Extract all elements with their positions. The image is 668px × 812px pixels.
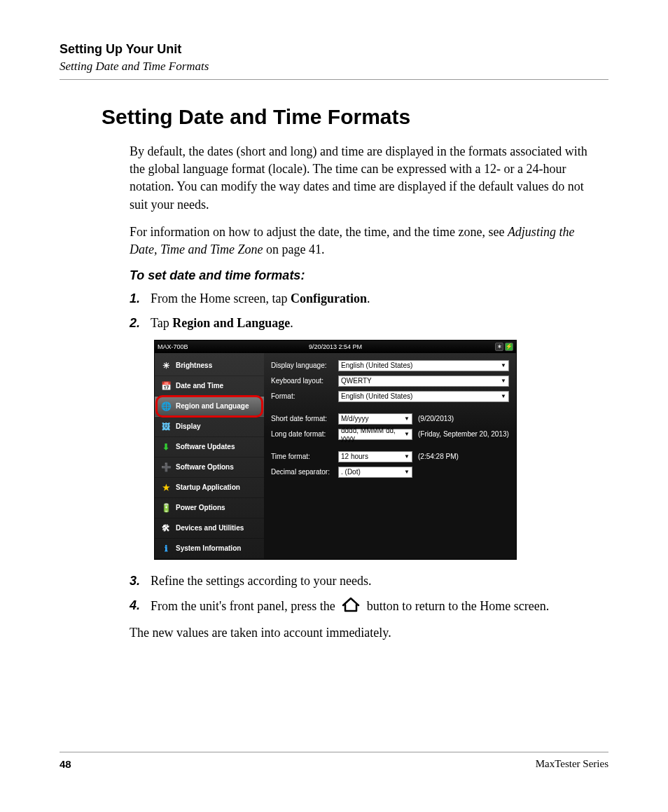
screenshot: MAX-700B 9/20/2013 2:54 PM ∗ ⚡ ☀Brightne…	[154, 340, 517, 560]
info-icon: ℹ	[160, 543, 172, 554]
xref-prefix: For information on how to adjust the dat…	[130, 225, 508, 239]
startup-icon: ★	[160, 482, 172, 493]
power-icon: 🔋	[160, 502, 172, 514]
page-title: Setting Date and Time Formats	[102, 105, 608, 129]
sidebar-item-label: Power Options	[176, 504, 225, 511]
footer-series: MaxTester Series	[536, 758, 608, 770]
chevron-down-icon: ▼	[404, 415, 410, 422]
xref-paragraph: For information on how to adjust the dat…	[130, 223, 601, 259]
step-number: 4.	[130, 597, 151, 614]
row-decimal-separator: Decimal separator: . (Dot)▼	[271, 465, 509, 479]
step-pre: From the unit's front panel, press the	[151, 598, 338, 612]
header-rule	[60, 79, 608, 80]
step-1: 1. From the Home screen, tap Configurati…	[130, 290, 601, 308]
window-tray: ∗ ⚡	[495, 343, 513, 351]
row-format: Format: English (United States)▼	[271, 390, 509, 404]
step-pre: From the Home screen, tap	[151, 291, 291, 305]
sidebar-item-startup-application[interactable]: ★Startup Application	[155, 478, 264, 498]
header-chapter: Setting Up Your Unit	[60, 42, 608, 57]
sidebar-item-label: Date and Time	[176, 382, 223, 390]
preview-long-date: (Friday, September 20, 2013)	[418, 430, 509, 438]
options-icon: ➕	[160, 462, 172, 473]
window-body: ☀Brightness 📅Date and Time 🌐Region and L…	[155, 353, 516, 559]
config-sidebar: ☀Brightness 📅Date and Time 🌐Region and L…	[155, 353, 264, 559]
label-decimal-separator: Decimal separator:	[271, 468, 338, 476]
step-pre: Tap	[151, 316, 172, 330]
sidebar-item-software-options[interactable]: ➕Software Options	[155, 457, 264, 478]
update-icon: ⬇	[160, 441, 172, 453]
label-display-language: Display language:	[271, 362, 338, 369]
globe-icon: 🌐	[160, 401, 172, 412]
step-number: 2.	[130, 315, 151, 332]
sidebar-item-region-language[interactable]: 🌐Region and Language	[155, 397, 264, 417]
window-datetime: 9/20/2013 2:54 PM	[309, 343, 362, 350]
step-text: From the unit's front panel, press the b…	[151, 597, 601, 617]
intro-paragraph: By default, the dates (short and long) a…	[130, 143, 601, 214]
sidebar-item-label: Software Updates	[176, 443, 235, 450]
row-display-language: Display language: English (United States…	[271, 359, 509, 373]
select-long-date[interactable]: dddd, MMMM dd, yyyy▼	[338, 429, 412, 440]
step-3: 3. Refine the settings according to your…	[130, 572, 601, 590]
calendar-icon: 📅	[160, 380, 172, 392]
chevron-down-icon: ▼	[404, 431, 410, 437]
step-post: .	[367, 291, 370, 305]
page-number: 48	[60, 758, 71, 770]
select-value: 12 hours	[341, 453, 368, 460]
home-icon	[341, 597, 361, 617]
sidebar-item-label: Display	[176, 422, 201, 430]
tools-icon: 🛠	[160, 523, 172, 534]
row-long-date: Long date format: dddd, MMMM dd, yyyy▼ (…	[271, 427, 509, 441]
step-number: 1.	[130, 290, 151, 308]
step-post: .	[290, 316, 293, 330]
select-value: English (United States)	[341, 362, 412, 369]
label-time-format: Time format:	[271, 453, 338, 460]
window-titlebar: MAX-700B 9/20/2013 2:54 PM ∗ ⚡	[155, 340, 516, 353]
sidebar-item-power-options[interactable]: 🔋Power Options	[155, 498, 264, 518]
label-short-date: Short date format:	[271, 415, 338, 422]
select-value: M/d/yyyy	[341, 415, 368, 422]
select-decimal-separator[interactable]: . (Dot)▼	[338, 467, 412, 478]
select-keyboard-layout[interactable]: QWERTY▼	[338, 376, 509, 387]
step-text: From the Home screen, tap Configuration.	[151, 290, 601, 308]
row-time-format: Time format: 12 hours▼ (2:54:28 PM)	[271, 450, 509, 464]
step-text: Refine the settings according to your ne…	[151, 572, 601, 590]
chevron-down-icon: ▼	[404, 469, 410, 475]
select-short-date[interactable]: M/d/yyyy▼	[338, 413, 412, 425]
label-keyboard-layout: Keyboard layout:	[271, 377, 338, 385]
instructions-heading: To set date and time formats:	[130, 268, 608, 283]
step-post: button to return to the Home screen.	[367, 598, 549, 612]
step-bold: Configuration	[291, 291, 367, 305]
step-number: 3.	[130, 572, 151, 590]
label-format: Format:	[271, 392, 338, 400]
sidebar-item-datetime[interactable]: 📅Date and Time	[155, 376, 264, 397]
sidebar-item-label: System Information	[176, 544, 241, 552]
preview-time-format: (2:54:28 PM)	[418, 453, 459, 460]
page-footer: 48 MaxTester Series	[60, 752, 608, 770]
chevron-down-icon: ▼	[501, 362, 506, 369]
header-section: Setting Date and Time Formats	[60, 60, 608, 74]
row-keyboard-layout: Keyboard layout: QWERTY▼	[271, 374, 509, 388]
sidebar-item-label: Devices and Utilities	[176, 524, 244, 532]
select-format[interactable]: English (United States)▼	[338, 391, 509, 402]
xref-suffix: on page 41.	[263, 242, 325, 256]
brightness-icon: ☀	[160, 360, 172, 371]
select-value: QWERTY	[341, 377, 372, 385]
sidebar-item-devices-utilities[interactable]: 🛠Devices and Utilities	[155, 518, 264, 539]
step-bold: Region and Language	[172, 316, 290, 330]
conclusion-paragraph: The new values are taken into account im…	[130, 624, 601, 642]
sidebar-item-label: Region and Language	[176, 402, 249, 410]
select-time-format[interactable]: 12 hours▼	[338, 451, 412, 462]
sidebar-item-label: Brightness	[176, 362, 212, 369]
chevron-down-icon: ▼	[501, 378, 506, 384]
battery-icon[interactable]: ⚡	[505, 343, 513, 351]
select-display-language[interactable]: English (United States)▼	[338, 360, 509, 371]
bluetooth-icon[interactable]: ∗	[495, 343, 503, 351]
sidebar-item-system-information[interactable]: ℹSystem Information	[155, 539, 264, 559]
window-model: MAX-700B	[158, 343, 188, 350]
sidebar-item-brightness[interactable]: ☀Brightness	[155, 356, 264, 376]
sidebar-item-software-updates[interactable]: ⬇Software Updates	[155, 437, 264, 457]
sidebar-item-display[interactable]: 🖼Display	[155, 417, 264, 437]
row-short-date: Short date format: M/d/yyyy▼ (9/20/2013)	[271, 412, 509, 426]
sidebar-item-label: Startup Application	[176, 483, 240, 491]
chevron-down-icon: ▼	[501, 393, 506, 399]
